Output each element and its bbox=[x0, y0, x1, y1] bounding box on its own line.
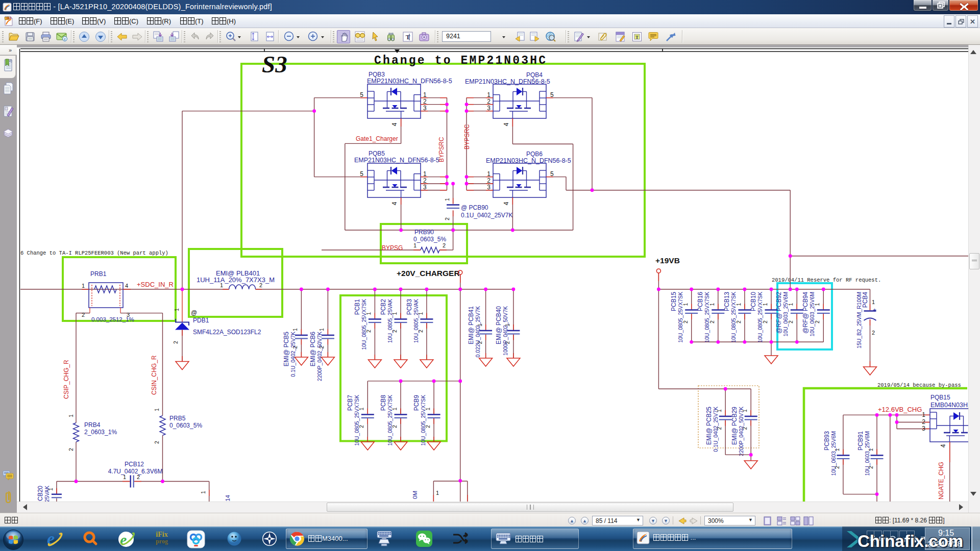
svg-text:e: e bbox=[120, 531, 127, 548]
svg-text:e: e bbox=[64, 37, 66, 41]
svg-text:T: T bbox=[635, 35, 639, 40]
